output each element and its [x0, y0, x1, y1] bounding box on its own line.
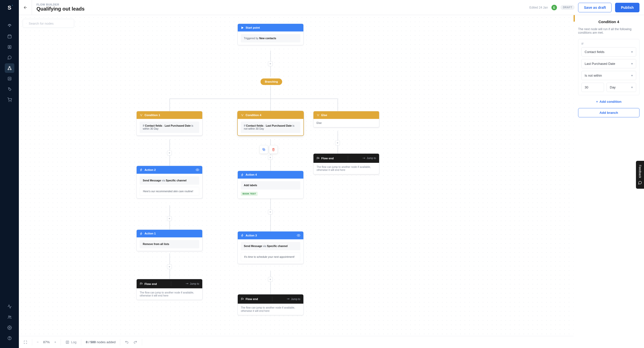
add-condition-button[interactable]: +Add condition — [578, 100, 639, 104]
flow-end-left[interactable]: Flow end Jump to The flow can jump to an… — [137, 279, 202, 300]
svg-point-10 — [10, 316, 11, 317]
svg-point-8 — [11, 101, 11, 102]
jump-to-button[interactable]: Jump to — [185, 282, 199, 285]
operator-select[interactable]: Is not within▾ — [581, 71, 636, 80]
action-summary: Send Message via Specific channel — [241, 242, 300, 250]
svg-point-13 — [9, 339, 10, 339]
condition-4-node[interactable]: Condition 4 If Contact fields - Last Pur… — [238, 111, 303, 136]
back-button[interactable] — [19, 0, 32, 15]
bolt-icon — [140, 168, 143, 171]
condition-summary: If Contact fields - Last Purchased Date … — [241, 122, 300, 133]
value-input[interactable]: 30 — [581, 83, 604, 92]
field-name-select[interactable]: Last Purchased Date▾ — [581, 59, 636, 68]
select-value: Last Purchased Date — [585, 62, 615, 66]
label-chip: BOOK TEST — [241, 192, 258, 196]
zoom-out-button[interactable]: − — [37, 340, 39, 344]
if-text: If — [143, 124, 145, 127]
dash-text: - — [263, 124, 266, 127]
save-draft-button[interactable]: Save as draft — [578, 3, 612, 12]
play-icon — [241, 26, 244, 29]
flow-end-center[interactable]: Flow end Jump to The flow can jump to an… — [238, 294, 303, 315]
add-node-button[interactable]: + — [167, 151, 172, 155]
else-node[interactable]: Else Else — [313, 111, 379, 127]
flow-canvas[interactable]: Start point Triggered by New contacts + … — [19, 15, 574, 348]
start-node[interactable]: Start point Triggered by New contacts — [238, 24, 303, 45]
flag-icon — [241, 297, 244, 301]
duplicate-node-button[interactable] — [260, 145, 268, 154]
zoom-in-button[interactable]: + — [54, 340, 56, 344]
feedback-tab[interactable]: Feedback — [636, 161, 644, 189]
delete-node-button[interactable] — [269, 145, 277, 154]
nav-activity-icon[interactable] — [5, 302, 14, 311]
unit-select[interactable]: Day▾ — [607, 83, 636, 92]
jump-icon — [185, 282, 188, 285]
undo-button[interactable] — [125, 340, 129, 344]
add-condition-label: Add condition — [599, 100, 621, 104]
node-title: Action 4 — [246, 173, 257, 176]
trigger-bold: New contacts — [259, 37, 276, 40]
connector-line — [170, 98, 170, 111]
nav-contacts-icon[interactable] — [5, 42, 14, 52]
jump-to-button[interactable]: Jump to — [287, 297, 300, 301]
nav-help-icon[interactable] — [5, 333, 14, 343]
nav-reports-icon[interactable] — [5, 74, 14, 83]
action-preview: Here's our recommended skin care routine… — [140, 187, 199, 196]
nav-settings-icon[interactable] — [5, 323, 14, 332]
add-branch-button[interactable]: Add branch — [578, 108, 639, 117]
add-node-button[interactable]: + — [167, 216, 172, 221]
field-category-select[interactable]: Contact fields▾ — [581, 47, 636, 57]
chevron-down-icon: ▾ — [631, 50, 633, 54]
nav-broadcast-icon[interactable] — [5, 21, 14, 31]
action-1-node[interactable]: Action 1 Remove from all lists — [137, 230, 202, 251]
add-node-button[interactable]: + — [268, 210, 273, 214]
app-logo[interactable]: S• — [8, 5, 11, 11]
fullscreen-button[interactable] — [23, 340, 27, 344]
action-3-node[interactable]: Action 3 Send Message via Specific chann… — [238, 231, 303, 264]
select-value: Day — [610, 85, 616, 89]
jump-icon — [362, 157, 365, 160]
avatar[interactable]: E — [551, 5, 557, 10]
node-title: Action 3 — [246, 234, 257, 237]
trigger-text: Triggered by — [244, 37, 259, 40]
add-node-button[interactable]: + — [268, 61, 273, 66]
eye-icon[interactable] — [196, 168, 199, 172]
add-node-button[interactable]: + — [268, 155, 273, 160]
connector-line — [338, 98, 338, 111]
nav-flows-icon[interactable] — [5, 63, 14, 73]
edited-label: Edited 24 Jan — [529, 6, 548, 9]
log-button[interactable]: Log — [65, 340, 76, 344]
condition-1-node[interactable]: Condition 1 If Contact fields - Last Pur… — [137, 111, 202, 136]
publish-button[interactable]: Publish — [615, 3, 639, 12]
flowend-desc: The flow can jump to another node if ava… — [316, 166, 376, 172]
flow-end-else[interactable]: Flow end Jump to The flow can jump to an… — [313, 154, 379, 174]
nav-inbox-icon[interactable] — [5, 32, 14, 41]
flag-icon — [316, 157, 319, 160]
redo-button[interactable] — [133, 340, 137, 344]
select-value: Is not within — [585, 74, 602, 77]
node-search[interactable] — [23, 19, 74, 28]
action-2-node[interactable]: Action 2 Send Message via Specific chann… — [137, 166, 202, 198]
cond-bold2: Last Purchased Date — [165, 124, 190, 127]
nav-tags-icon[interactable] — [5, 84, 14, 94]
condition-editor: IF Contact fields▾ Last Purchased Date▾ … — [578, 39, 639, 95]
plus-icon: + — [596, 100, 598, 104]
nav-cart-icon[interactable] — [5, 95, 14, 105]
top-header: FLOW BUILDER Qualifying out leads Edited… — [19, 0, 644, 15]
action-4-node[interactable]: Action 4 Add labels BOOK TEST — [238, 171, 303, 198]
nav-chat-icon[interactable] — [5, 53, 14, 62]
add-node-button[interactable]: + — [335, 140, 340, 145]
search-input[interactable] — [29, 22, 71, 25]
via-text: via — [162, 179, 166, 182]
eye-icon[interactable] — [297, 234, 300, 237]
svg-point-11 — [9, 327, 10, 328]
add-node-button[interactable]: + — [167, 264, 172, 269]
svg-point-2 — [9, 46, 10, 47]
branching-pill[interactable]: Branching — [260, 78, 282, 85]
add-node-button[interactable]: + — [268, 277, 273, 282]
select-value: Contact fields — [585, 50, 605, 54]
action-summary: Remove from all lists — [140, 240, 199, 248]
branch-icon — [241, 114, 244, 117]
jump-to-button[interactable]: Jump to — [362, 157, 376, 160]
nav-users-icon[interactable] — [5, 312, 14, 322]
feedback-label: Feedback — [638, 165, 642, 178]
